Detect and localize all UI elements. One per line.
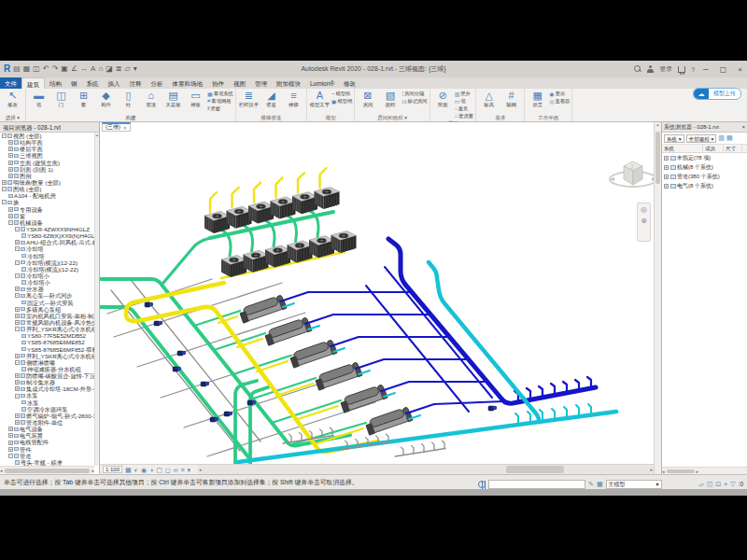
qat-icon-6[interactable]: ▣: [61, 64, 68, 74]
tree-expander-icon[interactable]: −: [15, 273, 20, 278]
qat-icon-1[interactable]: ▤: [13, 64, 21, 74]
status-toggle-icon-1[interactable]: ◫: [707, 479, 713, 489]
ribbon-button-垂直[interactable]: ↓垂直: [455, 105, 474, 112]
tree-expander-icon[interactable]: +: [8, 174, 13, 178]
tree-item[interactable]: YS85-87685E6ME852: [0, 339, 94, 345]
tree-expander-icon[interactable]: +: [8, 447, 13, 452]
ribbon-button-竖井[interactable]: ▥竖井: [455, 90, 474, 97]
tree-expander-icon[interactable]: +: [8, 441, 13, 445]
ribbon-button-轴网[interactable]: #轴网: [500, 90, 522, 107]
system-toolbar-icon-1[interactable]: ▤: [726, 134, 733, 142]
project-browser-hscrollbar[interactable]: ◂▸: [0, 466, 94, 474]
system-column-尺寸[interactable]: 尺寸: [724, 145, 742, 152]
tab-附加模块[interactable]: 附加模块: [272, 77, 305, 89]
system-toolbar-icon-0[interactable]: ▥: [718, 134, 725, 142]
tree-item[interactable]: +电线管配件: [0, 439, 94, 445]
tree-item[interactable]: −机械设备: [0, 219, 94, 226]
scale-button[interactable]: 1:100: [103, 466, 122, 473]
ribbon-button-竖梃[interactable]: ‖竖梃: [207, 105, 233, 112]
tree-item[interactable]: +管件: [0, 446, 94, 453]
system-row[interactable]: +机械(8 个系统): [662, 162, 747, 172]
tree-item[interactable]: 冷却塔小: [0, 279, 94, 286]
tree-item[interactable]: −图纸 (全部): [0, 186, 94, 192]
tree-expander-icon[interactable]: −: [15, 260, 20, 265]
drawing-area[interactable]: {三维} ×: [100, 122, 654, 464]
view-control-icon-5[interactable]: ◻: [165, 466, 171, 474]
tree-item[interactable]: 空调冷水循环泵: [0, 406, 94, 413]
tab-系统[interactable]: 系统: [82, 77, 104, 89]
tree-item[interactable]: −冷却塔(横流)(12-22): [0, 259, 94, 266]
view-tab-3d[interactable]: {三维} ×: [102, 122, 131, 132]
tree-expander-icon[interactable]: −: [8, 454, 13, 458]
ribbon-button-标记房间[interactable]: ⊡标记房间: [402, 97, 427, 105]
ribbon-button-屋顶[interactable]: ⌂屋顶: [140, 90, 162, 107]
tree-expander-icon[interactable]: +: [15, 320, 20, 325]
tree-item[interactable]: +电气装置: [0, 432, 94, 439]
qat-icon-14[interactable]: ▾: [134, 64, 137, 74]
tree-item[interactable]: −冷却塔: [0, 245, 94, 252]
view-control-icon-6[interactable]: ∞: [174, 466, 178, 474]
qat-icon-0[interactable]: R: [4, 64, 10, 74]
tab-钢[interactable]: 钢: [66, 77, 82, 89]
ribbon-button-构件[interactable]: ◆构件: [95, 90, 117, 107]
tree-item[interactable]: +分水器: [0, 286, 94, 292]
tree-expander-icon[interactable]: +: [15, 420, 20, 425]
ribbon-button-柱[interactable]: ▯柱: [118, 90, 139, 107]
tree-item[interactable]: +室内机风机口安装-单相-制冷进水接口带喷雾: [0, 313, 94, 319]
tree-item[interactable]: +多级离心泵组: [0, 306, 94, 313]
system-row[interactable]: +管道(380 个系统): [662, 172, 747, 181]
tree-item[interactable]: +明细表/数量 (全部): [0, 179, 94, 186]
tree-item[interactable]: +立面 (建筑立面): [0, 160, 94, 166]
view-control-icon-8[interactable]: ▾: [188, 466, 191, 474]
tree-expander-icon[interactable]: +: [2, 180, 7, 185]
ribbon-button-栏杆扶手[interactable]: ≣栏杆扶手: [238, 90, 260, 107]
canvas-vscrollbar[interactable]: ▴: [654, 122, 661, 474]
tree-expander-icon[interactable]: +: [15, 413, 20, 418]
ribbon-button-面积[interactable]: ▧面积: [379, 90, 401, 107]
status-toggle-icon-2[interactable]: ⊡: [715, 479, 721, 489]
selection-filter-icon[interactable]: ▽: [730, 479, 735, 489]
tree-expander-icon[interactable]: +: [8, 207, 13, 212]
tree-item[interactable]: +防喷嘴-碳酸混合-旋转-下沉下出: [0, 372, 94, 379]
tab-体量和场地[interactable]: 体量和场地: [168, 77, 208, 89]
qat-icon-7[interactable]: ∠: [71, 64, 78, 74]
status-toggle-icon-3[interactable]: ⌖: [724, 479, 727, 489]
ribbon-button-墙[interactable]: ▬墙: [28, 90, 49, 107]
ribbon-button-修改[interactable]: ↖修改: [2, 90, 23, 107]
tree-item[interactable]: +燃气锅炉-烟气-卧式-2800-14000 kW: [0, 413, 94, 419]
tree-item[interactable]: +电气设备: [0, 426, 94, 432]
system-row[interactable]: +未指定(78 项): [662, 153, 747, 162]
system-filter-dropdown-0[interactable]: 系统 ▾: [664, 134, 684, 143]
qat-icon-11[interactable]: ◪: [106, 64, 113, 74]
tree-item[interactable]: 伸缩减振器-分水机组: [0, 366, 94, 372]
tree-item[interactable]: YS85-87685E6MF852-双制冷量: [0, 346, 94, 353]
tree-expander-icon[interactable]: +: [15, 314, 20, 318]
tab-插入[interactable]: 插入: [104, 77, 125, 89]
system-row[interactable]: +电气(8 个系统): [662, 181, 747, 190]
view-tab-close-icon[interactable]: ×: [123, 125, 127, 131]
system-expander-icon[interactable]: +: [664, 165, 669, 170]
tree-expander-icon[interactable]: −: [15, 246, 20, 251]
ribbon-button-天花板[interactable]: ▤天花板: [162, 90, 184, 107]
tree-item[interactable]: +窗: [0, 213, 94, 219]
tree-item[interactable]: +三维视图: [0, 152, 94, 159]
tree-item[interactable]: YS80-77F5E52MDB52: [0, 332, 94, 339]
qat-icon-5[interactable]: ↷: [52, 64, 59, 74]
ribbon-button-幕墙系统[interactable]: ▦幕墙系统: [207, 90, 233, 97]
restore-button[interactable]: ▢: [717, 65, 730, 74]
tree-expander-icon[interactable]: +: [8, 214, 13, 218]
tree-item[interactable]: −侧喷淋喷嘴: [0, 359, 94, 366]
status-toggle-icon-0[interactable]: ▱: [698, 479, 703, 489]
system-expander-icon[interactable]: +: [664, 175, 669, 179]
tree-expander-icon[interactable]: −: [2, 187, 7, 191]
system-filter-dropdown-1[interactable]: 全部规程 ▾: [686, 134, 717, 143]
system-browser-close-icon[interactable]: ×: [741, 122, 745, 132]
view-control-icon-7[interactable]: ¤: [181, 466, 185, 474]
tree-item[interactable]: −水泵: [0, 392, 94, 399]
3d-model-view[interactable]: [100, 122, 654, 464]
ribbon-button-房间分隔[interactable]: ¦房间分隔: [402, 90, 427, 97]
tree-item[interactable]: +剖面 (剖面 1): [0, 166, 94, 173]
cloud-upload-button[interactable]: ☁ 模型上传: [693, 88, 741, 100]
tree-expander-icon[interactable]: −: [15, 293, 20, 298]
navigation-bar[interactable]: ◎⊕: [637, 203, 651, 242]
